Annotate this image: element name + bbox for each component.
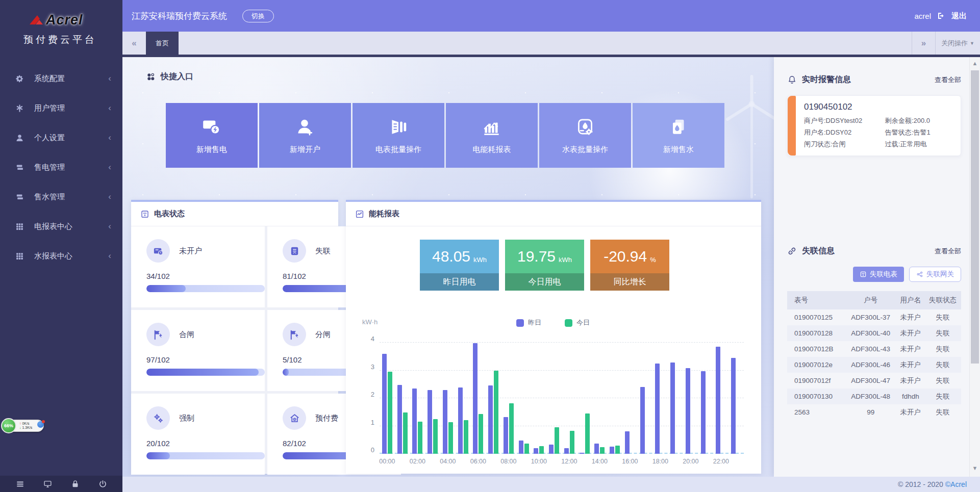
- tabs-scroll-left-icon[interactable]: «: [122, 32, 146, 55]
- trend-chart-icon: [355, 210, 364, 219]
- username[interactable]: acrel: [914, 12, 931, 20]
- alarm-view-all-link[interactable]: 查看全部: [935, 75, 961, 85]
- bar-group-03:00[interactable]: [425, 343, 440, 454]
- chevron-collapse-icon: ‹: [108, 251, 111, 261]
- energy-stat: 19.75kWh 今日用电: [505, 240, 584, 291]
- x-axis-tick: 02:00: [410, 458, 425, 465]
- offline-gateway-button[interactable]: 失联网关: [909, 267, 961, 282]
- hamburger-menu-icon[interactable]: [16, 480, 24, 488]
- offline-view-all-link[interactable]: 查看全部: [935, 247, 961, 256]
- meter-icon: [860, 271, 867, 278]
- unlink-icon: [787, 246, 797, 256]
- quick-button-add-account[interactable]: 新增开户: [259, 103, 351, 168]
- logout-button[interactable]: 退出: [951, 11, 967, 21]
- sidebar-item-personal-settings[interactable]: 个人设置 ‹: [0, 123, 122, 152]
- bar-group-14:00[interactable]: [592, 343, 608, 454]
- bar-group-10:00[interactable]: [532, 343, 547, 454]
- platform-name: 预付费云平台: [23, 33, 122, 46]
- logout-icon[interactable]: [937, 12, 945, 20]
- tab-home[interactable]: 首页: [146, 32, 179, 55]
- meter-status-value: 34/102: [146, 272, 265, 280]
- bar-group-16:00[interactable]: [622, 343, 638, 454]
- bar-group-12:00[interactable]: [562, 343, 577, 454]
- x-axis-tick: 20:00: [683, 458, 698, 465]
- alarm-field: 闸刀状态:合闸: [804, 139, 885, 149]
- sidebar-item-system-config[interactable]: 系统配置 ‹: [0, 64, 122, 93]
- lock-icon[interactable]: [71, 480, 80, 488]
- sidebar-item-water-report-center[interactable]: 水报表中心 ‹: [0, 241, 122, 271]
- bar-group-15:00[interactable]: [607, 343, 622, 454]
- sidebar-item-electricity-sale[interactable]: 售电管理 ‹: [0, 152, 122, 182]
- scroll-down-icon[interactable]: ▼: [970, 463, 980, 473]
- energy-stats: 48.05kWh 昨日用电 19.75kWh 今日用电 -20.94% 同比增长: [420, 240, 669, 291]
- legend-item-昨日[interactable]: 昨日: [516, 318, 541, 327]
- offline-meter-button[interactable]: 失联电表: [853, 267, 904, 282]
- quick-button-meter-batch-ops[interactable]: 电表批量操作: [353, 103, 444, 168]
- notification-badge-icon[interactable]: [37, 421, 44, 428]
- wind-turbine-decoration: [717, 72, 774, 200]
- acrel-logo-icon: [29, 14, 44, 27]
- sidebar-item-user-management[interactable]: 用户管理 ‹: [0, 93, 122, 123]
- offline-table-header: 表号: [787, 291, 845, 309]
- table-row[interactable]: 0190070130ADF300L-48fdhdh失联: [787, 389, 961, 404]
- table-row[interactable]: 019007012BADF300L-43未开户失联: [787, 341, 961, 357]
- add-user-icon: [294, 116, 316, 138]
- bar-group-01:00[interactable]: [395, 343, 410, 454]
- bar-group-21:00[interactable]: [698, 343, 714, 454]
- bar-group-18:00[interactable]: [653, 343, 668, 454]
- quick-button-add-water-sale[interactable]: 新增售水: [633, 103, 724, 168]
- bar-group-11:00[interactable]: [546, 343, 562, 454]
- power-icon[interactable]: [98, 480, 107, 488]
- quick-button-water-meter-batch-ops[interactable]: 水表批量操作: [539, 103, 631, 168]
- scroll-up-icon[interactable]: ▲: [970, 58, 980, 68]
- bar-group-05:00[interactable]: [456, 343, 471, 454]
- bar-group-00:00[interactable]: [380, 343, 395, 454]
- alarm-field: 用户名:DDSY02: [804, 127, 885, 138]
- bar-group-07:00[interactable]: [486, 343, 501, 454]
- sidebar-item-water-sale[interactable]: 售水管理 ‹: [0, 182, 122, 212]
- table-row[interactable]: 256399未开户失联: [787, 404, 961, 420]
- bar-group-20:00[interactable]: [683, 343, 698, 454]
- sidebar-item-electric-report-center[interactable]: 电报表中心 ‹: [0, 212, 122, 241]
- table-row[interactable]: 019007012eADF300L-46未开户失联: [787, 357, 961, 373]
- scrollbar[interactable]: ▲ ▼: [969, 57, 980, 477]
- quick-button-add-electricity-sale[interactable]: 新增售电: [166, 103, 258, 168]
- quick-button-energy-report[interactable]: 电能耗报表: [446, 103, 538, 168]
- y-axis-tick: 4: [359, 335, 374, 343]
- net-speed-widget[interactable]: ↑ 0K/s ↓ 1.3K/s 66%: [1, 418, 46, 433]
- table-row[interactable]: 0190070125ADF300L-37未开户失联: [787, 309, 961, 325]
- y-axis-tick: 2: [359, 391, 374, 398]
- bar-group-04:00[interactable]: [440, 343, 456, 454]
- alarm-card[interactable]: 0190450102 商户号:DDSYtest02 剩余金额:200.0用户名:…: [787, 95, 961, 156]
- table-row[interactable]: 019007012fADF300L-47未开户失联: [787, 373, 961, 389]
- page-title: 江苏安科瑞预付费云系统: [132, 10, 227, 22]
- close-operations-dropdown[interactable]: 关闭操作 ▼: [935, 32, 980, 55]
- bar-group-13:00[interactable]: [577, 343, 592, 454]
- table-row[interactable]: 0190070128ADF300L-40未开户失联: [787, 325, 961, 341]
- monitor-icon[interactable]: [43, 480, 52, 488]
- switch-button[interactable]: 切换: [242, 10, 274, 22]
- tabs-scroll-right-icon[interactable]: »: [912, 32, 935, 55]
- bar-group-19:00[interactable]: [668, 343, 683, 454]
- gear-icon: [15, 74, 24, 83]
- energy-report-card: 能耗报表 48.05kWh 昨日用电 19.75kWh 今日用电 -20.94%…: [346, 200, 761, 474]
- scrollbar-thumb[interactable]: [971, 70, 979, 364]
- chart-bars: [380, 343, 744, 454]
- y-axis-tick: 0: [359, 446, 374, 454]
- bar-group-09:00[interactable]: [516, 343, 532, 454]
- person-icon: [15, 134, 24, 142]
- footer-brand-link[interactable]: ©Acrel: [945, 480, 967, 488]
- bar-group-23:00[interactable]: [728, 343, 744, 454]
- legend-item-今日[interactable]: 今日: [565, 318, 590, 327]
- x-axis-tick: 08:00: [500, 458, 516, 465]
- bar-group-06:00[interactable]: [471, 343, 486, 454]
- rows-icon: [15, 193, 24, 201]
- quick-entry-icon: [146, 72, 156, 82]
- bar-group-17:00[interactable]: [638, 343, 653, 454]
- meter-status-value: 97/102: [146, 355, 265, 364]
- chevron-collapse-icon: ‹: [108, 192, 111, 202]
- bar-group-02:00[interactable]: [410, 343, 425, 454]
- grid-icon: [15, 252, 24, 261]
- bar-group-22:00[interactable]: [714, 343, 729, 454]
- bar-group-08:00[interactable]: [501, 343, 516, 454]
